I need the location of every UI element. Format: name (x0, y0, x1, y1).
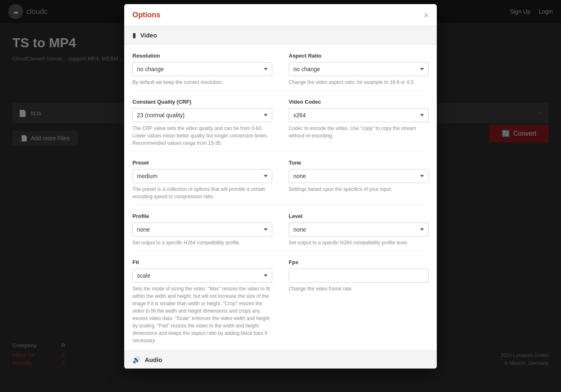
modal-close-button[interactable]: × (424, 11, 429, 19)
fit-desc: Sets the mode of sizing the video. "Max"… (132, 285, 272, 344)
level-label: Level (289, 213, 429, 219)
level-group: Level none 3.0 3.1 4.0 4.1 4.2 5.0 Set o… (280, 213, 429, 246)
video-codec-desc: Codec to encode the video. Use "copy" to… (289, 125, 429, 139)
profile-select[interactable]: none baseline main high (132, 223, 272, 237)
divider-4 (132, 251, 429, 251)
aspect-ratio-select[interactable]: no change 4:3 16:9 (289, 62, 429, 76)
audio-section-header: 🔊 Audio (124, 350, 437, 369)
modal-header: Options × (124, 4, 437, 26)
level-desc: Set output to a specific H264 compatibil… (289, 239, 429, 246)
resolution-desc: By default we keep the current resolutio… (132, 79, 272, 86)
profile-label: Profile (132, 213, 272, 219)
crf-desc: The CRF value sets the video quality and… (132, 125, 272, 147)
preset-label: Preset (132, 160, 272, 166)
video-section-title: Video (140, 32, 157, 39)
crf-label: Constant Quality (CRF) (132, 99, 272, 105)
video-codec-group: Video Codec x264 x265 copy vp8 vp9 Codec… (280, 99, 429, 147)
resolution-label: Resolution (132, 53, 272, 59)
modal-overlay: Options × ▮ Video Resolution no change 3… (0, 0, 561, 392)
audio-section-title: Audio (145, 356, 162, 363)
tune-select[interactable]: none film animation grain stillimage fas… (289, 169, 429, 183)
tune-group: Tune none film animation grain stillimag… (280, 160, 429, 200)
level-select[interactable]: none 3.0 3.1 4.0 4.1 4.2 5.0 (289, 223, 429, 237)
resolution-select[interactable]: no change 320x240 640x480 1280x720 1920x… (132, 62, 272, 76)
preset-select[interactable]: ultrafast superfast veryfast faster fast… (132, 169, 272, 183)
aspect-ratio-desc: Change the video aspect ratio, for examp… (289, 79, 429, 86)
modal-body: Resolution no change 320x240 640x480 128… (124, 44, 437, 369)
profile-desc: Set output to a specific H264 compatibil… (132, 239, 272, 246)
fit-group: Fit scale max crop pad Sets the mode of … (132, 259, 280, 344)
audio-icon: 🔊 (132, 356, 141, 364)
fit-label: Fit (132, 259, 272, 265)
fps-label: Fps (289, 259, 429, 265)
modal-title: Options (132, 11, 160, 19)
video-codec-select[interactable]: x264 x265 copy vp8 vp9 (289, 108, 429, 122)
resolution-group: Resolution no change 320x240 640x480 128… (132, 53, 280, 86)
crf-select[interactable]: 23 (normal quality) 18 (high quality) 28… (132, 108, 272, 122)
tune-desc: Settings based upon the specifics of you… (289, 186, 429, 193)
options-modal: Options × ▮ Video Resolution no change 3… (124, 4, 437, 369)
aspect-ratio-label: Aspect Ratio (289, 53, 429, 59)
preset-group: Preset ultrafast superfast veryfast fast… (132, 160, 280, 200)
profile-group: Profile none baseline main high Set outp… (132, 213, 280, 246)
fit-select[interactable]: scale max crop pad (132, 269, 272, 283)
video-icon: ▮ (132, 31, 136, 39)
tune-label: Tune (289, 160, 429, 166)
fps-group: Fps Change the video frame rate. (280, 259, 429, 344)
divider-3 (132, 204, 429, 205)
crf-group: Constant Quality (CRF) 23 (normal qualit… (132, 99, 280, 147)
aspect-ratio-group: Aspect Ratio no change 4:3 16:9 Change t… (280, 53, 429, 86)
video-codec-label: Video Codec (289, 99, 429, 105)
divider-1 (132, 90, 429, 90)
fps-input[interactable] (289, 269, 429, 283)
preset-desc: The preset is a collection of options th… (132, 186, 272, 200)
divider-2 (132, 151, 429, 151)
fps-desc: Change the video frame rate. (289, 285, 429, 292)
video-section-header: ▮ Video (124, 26, 437, 44)
